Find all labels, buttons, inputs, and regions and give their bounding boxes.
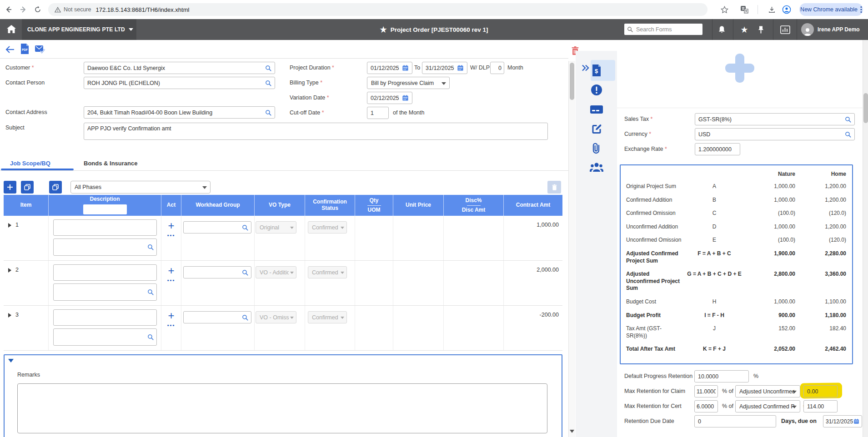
description-lookup-input[interactable] — [53, 238, 157, 256]
expand-row-icon[interactable] — [8, 313, 11, 318]
sales-tax-field[interactable]: GST-SR(8%) — [695, 113, 855, 125]
favorites-star-icon[interactable]: ★ — [739, 25, 749, 34]
browser-back-icon[interactable] — [4, 5, 14, 15]
calendar-icon[interactable] — [457, 65, 464, 71]
add-subline-button[interactable]: + — [166, 221, 177, 231]
variation-date-field[interactable]: 02/12/2025 — [367, 92, 412, 104]
search-icon[interactable] — [147, 244, 154, 250]
add-subline-button[interactable]: + — [166, 311, 177, 321]
calendar-icon[interactable] — [853, 418, 859, 424]
retention-due-days-field[interactable]: 0 — [694, 415, 776, 427]
browser-address-bar[interactable]: Not secure 172.18.5.143:8681/TH6/index.x… — [48, 3, 707, 16]
alerts-icon[interactable] — [591, 84, 602, 96]
search-icon[interactable] — [242, 224, 248, 231]
expand-row-icon[interactable] — [8, 268, 11, 273]
col-item[interactable]: Item — [4, 195, 49, 216]
description-lookup-input[interactable] — [53, 328, 157, 346]
col-confirmation-status[interactable]: Confirmation Status — [305, 195, 355, 216]
team-members-icon[interactable] — [589, 162, 604, 173]
subject-field[interactable]: APP PJO verify Confirmation amt — [84, 123, 548, 140]
more-actions-button[interactable]: ••• — [165, 278, 178, 283]
description-lookup-input[interactable] — [53, 283, 157, 301]
copy-rows-button[interactable] — [21, 181, 34, 194]
workhead-group-input[interactable] — [183, 221, 251, 233]
dlp-field[interactable]: 0 — [490, 62, 504, 74]
browser-forward-icon[interactable] — [18, 5, 28, 15]
paste-rows-button[interactable] — [49, 181, 62, 194]
claim-pct-field[interactable]: 11.0000 — [694, 385, 718, 397]
add-attachment-plus-icon[interactable] — [735, 54, 744, 83]
contact-address-field[interactable]: 204, Bukit Timah Road#04-00 Boon Liew Bu… — [84, 106, 275, 119]
col-act[interactable]: Act — [161, 195, 181, 216]
claim-basis-select[interactable]: Adjusted Unconfirmed P — [735, 385, 800, 397]
description-input[interactable] — [53, 309, 157, 326]
col-description[interactable]: Description — [49, 195, 161, 216]
search-icon[interactable] — [845, 131, 851, 138]
attachments-paperclip-icon[interactable] — [591, 142, 602, 154]
browser-reload-icon[interactable] — [33, 5, 43, 15]
tab-bonds-insurance[interactable]: Bonds & Insurance — [84, 160, 137, 167]
avatar[interactable] — [801, 23, 814, 36]
add-row-button[interactable] — [4, 181, 16, 194]
more-actions-button[interactable]: ••• — [165, 233, 178, 238]
translate-icon[interactable] — [739, 5, 749, 15]
search-forms-box[interactable] — [624, 24, 702, 35]
default-retention-field[interactable]: 10.0000 — [694, 370, 749, 382]
qty-cell[interactable] — [355, 306, 393, 350]
search-icon[interactable] — [242, 314, 248, 321]
page-scrollbar-thumb[interactable] — [863, 93, 868, 123]
col-disc[interactable]: Disc% Disc Amt — [444, 195, 504, 216]
content-scrollbar[interactable] — [568, 61, 575, 437]
description-input[interactable] — [53, 264, 157, 281]
customer-field[interactable]: Daewoo E&C Co. Ltd Synergix — [84, 62, 275, 74]
search-icon[interactable] — [147, 334, 154, 340]
billing-type-select[interactable]: Bill by Progressive Claim — [367, 77, 450, 89]
exchange-rate-field[interactable]: 1.200000000 — [695, 143, 740, 155]
col-vo-type[interactable]: VO Type — [255, 195, 305, 216]
delete-rows-button-disabled[interactable] — [547, 181, 561, 194]
scrollbar-thumb[interactable] — [570, 63, 574, 100]
search-icon[interactable] — [265, 80, 271, 86]
col-unit-price[interactable]: Unit Price — [393, 195, 444, 216]
duration-to-field[interactable]: 31/12/2025 — [422, 62, 467, 74]
payment-card-icon[interactable] — [590, 104, 603, 114]
cert-pct-field[interactable]: 6.0000 — [694, 400, 718, 412]
search-forms-input[interactable] — [635, 26, 700, 33]
bookmark-star-icon[interactable] — [719, 5, 729, 15]
calendar-icon[interactable] — [402, 65, 409, 71]
unit-price-cell[interactable] — [393, 306, 444, 350]
download-icon[interactable] — [767, 5, 777, 15]
workhead-group-input[interactable] — [183, 311, 251, 323]
search-icon[interactable] — [147, 289, 154, 295]
unit-price-cell[interactable] — [393, 216, 444, 260]
send-email-icon[interactable] — [35, 45, 45, 55]
qty-cell[interactable] — [355, 216, 393, 260]
pin-icon[interactable] — [756, 25, 766, 34]
home-icon[interactable] — [6, 25, 16, 34]
description-input[interactable] — [53, 219, 157, 236]
scroll-down-icon[interactable] — [570, 430, 574, 433]
disc-cell[interactable] — [444, 261, 504, 305]
col-workhead-group[interactable]: Workhead Group — [181, 195, 255, 216]
invoice-summary-icon[interactable]: $ — [591, 64, 602, 77]
phase-filter-select[interactable]: All Phases — [70, 181, 211, 194]
calendar-icon[interactable] — [402, 94, 409, 101]
disc-cell[interactable] — [444, 216, 504, 260]
remarks-textarea[interactable] — [17, 383, 547, 433]
cert-basis-select[interactable]: Adjusted Confirmed Proj — [735, 400, 800, 412]
workhead-group-input[interactable] — [183, 266, 251, 278]
unit-price-cell[interactable] — [393, 261, 444, 305]
search-icon[interactable] — [265, 109, 271, 116]
dashboard-chart-icon[interactable] — [780, 25, 790, 34]
search-icon[interactable] — [845, 116, 851, 123]
add-subline-button[interactable]: + — [166, 266, 177, 276]
col-contract-amt[interactable]: Contract Amt — [504, 195, 562, 216]
contact-person-field[interactable]: ROH JONG PIL (ECHELON) — [84, 77, 275, 89]
back-button[interactable] — [5, 45, 15, 55]
cutoff-date-field[interactable]: 1 — [367, 107, 389, 119]
claim-amount-field[interactable]: 0.00 — [803, 385, 838, 397]
cert-amount-field[interactable]: 114.00 — [803, 400, 838, 412]
retention-due-date-field[interactable]: 31/12/2025 — [823, 415, 862, 427]
edit-icon[interactable] — [591, 124, 602, 135]
description-filter-input[interactable] — [83, 204, 127, 214]
